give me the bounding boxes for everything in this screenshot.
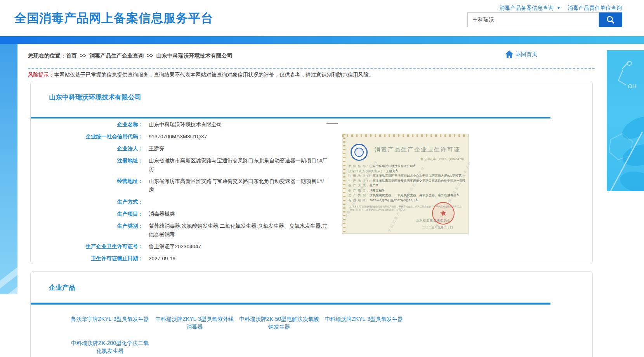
breadcrumb-link-enterprise-query[interactable]: 消毒产品生产企业查询 xyxy=(89,52,144,59)
health-commission-emblem-icon xyxy=(351,144,368,161)
breadcrumb-current: 山东中科瑞沃环境技术有限公司 xyxy=(156,52,233,59)
field-value: 山东省潍坊市高新区潍安路与宝通街交叉路口东北角自动变速器一期项目1#厂房 xyxy=(149,157,331,174)
left-decor-strip xyxy=(0,44,17,294)
field-value: 鲁卫消证字202304047 xyxy=(149,242,201,251)
field-label: 生产方式： xyxy=(31,198,143,206)
molecule-oh-label: OH xyxy=(628,83,637,89)
field-row: 企业统一社会信用代码：91370700MA3M3U1QX7 xyxy=(31,131,380,143)
certificate-image: 消毒产品生产企业卫生许可证 鲁卫消证字〔2023〕第04047号 单 位 名 称… xyxy=(328,124,470,237)
products-list: 鲁沃华宇牌ZKYL-3型臭氧发生器 中科瑞沃牌ZKYL-3型臭氧紫外线消毒器 中… xyxy=(69,315,410,357)
top-banner-band xyxy=(0,36,644,44)
certificate-line: 生 产 项 目：消毒器械※ xyxy=(348,188,465,193)
company-card-title: 山东中科瑞沃环境技术有限公司 xyxy=(49,93,141,102)
light-streak-decoration xyxy=(0,286,17,294)
breadcrumb-separator: >> xyxy=(80,52,86,59)
breadcrumb-prefix: 您现在的位置： xyxy=(28,52,66,59)
field-value: 消毒器械类 xyxy=(149,210,175,218)
title-underline xyxy=(31,303,550,305)
certificate-border-decoration xyxy=(342,134,469,137)
field-label: 企业统一社会信用代码： xyxy=(31,132,143,141)
certificate-line: 法定代表人(或负责人)：王建亮※ xyxy=(348,169,465,174)
field-value: 2027-09-19 xyxy=(149,254,175,263)
page-header: 全国消毒产品网上备案信息服务平台 消毒产品备案信息查询▼消毒产品责任单位查询 xyxy=(0,0,644,36)
search-input[interactable] xyxy=(467,12,599,27)
molecule-decoration: O OH xyxy=(607,50,644,191)
field-label: 卫生许可证截止日期： xyxy=(31,254,143,263)
certificate-number: 鲁卫消证字〔2023〕第04047号 xyxy=(420,157,464,161)
search-bar xyxy=(467,12,622,27)
product-link[interactable]: 鲁沃华宇牌ZKYL-3型臭氧发生器 xyxy=(69,315,151,331)
product-link[interactable]: 中科瑞沃牌ZK-200型化学法二氧化氯发生器 xyxy=(69,339,151,355)
certificate-line: 单 位 名 称：山东中科瑞沃环境技术有限公司※ xyxy=(348,164,465,169)
breadcrumb-separator: >> xyxy=(147,52,153,59)
chevron-down-icon: ▼ xyxy=(557,6,561,10)
field-row: 企业法人：王建亮 xyxy=(31,143,380,155)
top-nav: 消毒产品备案信息查询▼消毒产品责任单位查询 xyxy=(499,5,622,12)
field-label: 生产企业卫生许可证号： xyxy=(31,242,143,251)
products-card: 企业产品 鲁沃华宇牌ZKYL-3型臭氧发生器 中科瑞沃牌ZKYL-3型臭氧紫外线… xyxy=(30,271,593,357)
breadcrumb: 您现在的位置：首页>>消毒产品生产企业查询>>山东中科瑞沃环境技术有限公司 xyxy=(28,52,233,59)
risk-notice: 风险提示：本网站仅基于已掌握的信息提供查询服务，查询结果不代表本网站对被查询对象… xyxy=(28,71,583,79)
field-label: 生产项目： xyxy=(31,210,143,218)
company-fields: 企业名称：山东中科瑞沃环境技术有限公司 企业统一社会信用代码：91370700M… xyxy=(31,118,380,265)
field-label: 注册地址： xyxy=(31,157,143,165)
field-row: 生产类别：紫外线消毒器,次氯酸钠发生器,二氧化氯发生器,臭氧发生器、臭氧水发生器… xyxy=(31,220,380,240)
nav-link-record-info-query[interactable]: 消毒产品备案信息查询 xyxy=(499,5,554,11)
field-row: 生产方式： xyxy=(31,196,380,208)
back-home-link[interactable]: 返回首页 xyxy=(505,50,537,59)
field-row: 注册地址：山东省潍坊市高新区潍安路与宝通街交叉路口东北角自动变速器一期项目1#厂… xyxy=(31,155,380,175)
products-card-title: 企业产品 xyxy=(49,283,75,292)
field-label: 经营地址： xyxy=(31,177,143,186)
field-row: 经营地址：山东省潍坊市高新区潍安路与宝通街交叉路口东北角自动变速器一期项目1#厂… xyxy=(31,175,380,196)
field-label: 企业法人： xyxy=(31,145,143,153)
field-value: 紫外线消毒器,次氯酸钠发生器,二氧化氯发生器,臭氧发生器、臭氧水发生器,其他器械… xyxy=(149,222,331,239)
search-button[interactable] xyxy=(599,12,622,27)
field-label: 企业名称： xyxy=(31,120,143,129)
nav-link-responsible-unit-query[interactable]: 消毒产品责任单位查询 xyxy=(568,5,622,11)
field-value: 91370700MA3M3U1QX7 xyxy=(149,132,207,141)
site-title: 全国消毒产品网上备案信息服务平台 xyxy=(14,10,213,26)
field-label: 生产类别： xyxy=(31,222,143,230)
right-decor-strip: O OH xyxy=(607,50,644,191)
product-link[interactable]: 中科瑞沃牌ZK-50型电解法次氯酸钠发生器 xyxy=(238,315,320,331)
field-row: 生产企业卫生许可证号：鲁卫消证字202304047 xyxy=(31,240,380,253)
field-value: 山东省潍坊市高新区潍安路与宝通街交叉路口东北角自动变速器一期项目1#厂房 xyxy=(149,177,331,194)
field-row: 生产项目：消毒器械类 xyxy=(31,208,380,220)
main-panel: 您现在的位置：首页>>消毒产品生产企业查询>>山东中科瑞沃环境技术有限公司 返回… xyxy=(17,44,607,357)
search-icon xyxy=(606,15,616,25)
product-link[interactable]: 中科瑞沃牌ZKYL-3型臭氧紫外线消毒器 xyxy=(153,315,236,331)
field-value: 王建亮 xyxy=(149,145,165,153)
home-icon xyxy=(505,50,514,59)
dashed-divider xyxy=(28,68,595,69)
risk-text: 本网站仅基于已掌握的信息提供查询服务，查询结果不代表本网站对被查询对象信用状况的… xyxy=(54,72,374,78)
back-home-label: 返回首页 xyxy=(516,51,537,58)
breadcrumb-link-home[interactable]: 首页 xyxy=(66,52,77,59)
field-row: 卫生许可证截止日期：2027-09-19 xyxy=(31,253,380,265)
company-card: 山东中科瑞沃环境技术有限公司 企业名称：山东中科瑞沃环境技术有限公司 企业统一社… xyxy=(30,81,593,264)
field-row: 企业名称：山东中科瑞沃环境技术有限公司 xyxy=(31,118,380,131)
certificate-title: 消毒产品生产企业卫生许可证 xyxy=(375,146,460,153)
product-link[interactable]: 中科瑞沃牌ZKYL-3型臭氧发生器 xyxy=(323,315,405,331)
field-value: 山东中科瑞沃环境技术有限公司 xyxy=(149,120,222,129)
risk-label: 风险提示： xyxy=(28,72,54,78)
